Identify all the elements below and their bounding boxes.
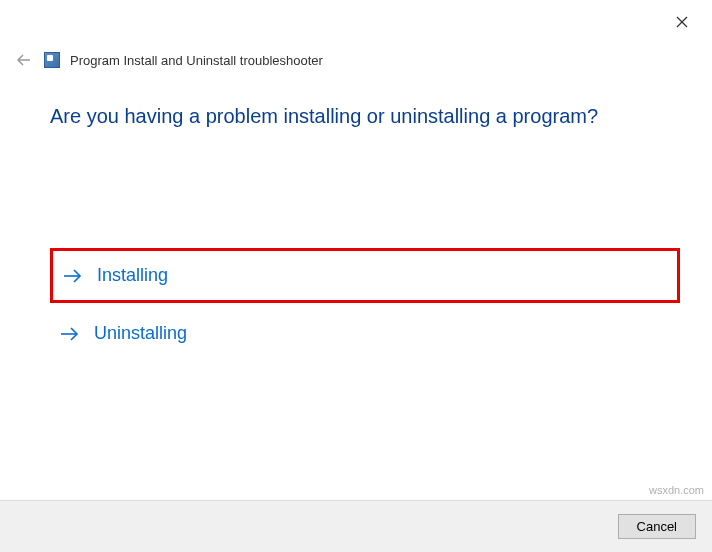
- window-title: Program Install and Uninstall troublesho…: [70, 53, 323, 68]
- question-heading: Are you having a problem installing or u…: [50, 105, 682, 128]
- close-button[interactable]: [670, 10, 694, 34]
- footer-bar: Cancel: [0, 500, 712, 552]
- troubleshooter-icon: [44, 52, 60, 68]
- main-content: Are you having a problem installing or u…: [50, 105, 682, 358]
- option-uninstalling[interactable]: Uninstalling: [50, 309, 680, 358]
- watermark: wsxdn.com: [649, 484, 704, 496]
- option-label: Uninstalling: [94, 323, 187, 344]
- header-bar: Program Install and Uninstall troublesho…: [14, 50, 323, 70]
- back-button[interactable]: [14, 50, 34, 70]
- arrow-right-icon: [60, 326, 80, 342]
- arrow-left-icon: [16, 52, 32, 68]
- close-icon: [676, 16, 688, 28]
- option-label: Installing: [97, 265, 168, 286]
- arrow-right-icon: [63, 268, 83, 284]
- option-installing[interactable]: Installing: [50, 248, 680, 303]
- cancel-button[interactable]: Cancel: [618, 514, 696, 539]
